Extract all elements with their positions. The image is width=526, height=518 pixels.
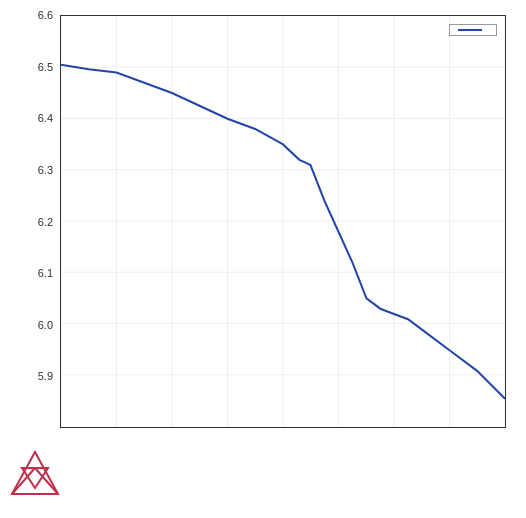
y-tick-6.1: 6.1 bbox=[38, 267, 53, 279]
y-tick-6: 6.0 bbox=[38, 319, 53, 331]
chart-area bbox=[60, 15, 506, 428]
y-tick-6.3: 6.3 bbox=[38, 164, 53, 176]
logo-icon bbox=[10, 450, 60, 500]
chart-svg bbox=[61, 16, 505, 427]
y-tick-5.9: 5.9 bbox=[38, 370, 53, 382]
legend-line-icon bbox=[458, 29, 482, 31]
legend bbox=[449, 24, 497, 36]
y-ticks-container: 5.96.06.16.26.36.46.56.6 bbox=[0, 15, 58, 428]
y-tick-6.4: 6.4 bbox=[38, 112, 53, 124]
y-tick-6.6: 6.6 bbox=[38, 9, 53, 21]
chart-container: 5.96.06.16.26.36.46.56.6 bbox=[0, 0, 526, 518]
y-tick-6.2: 6.2 bbox=[38, 216, 53, 228]
y-tick-6.5: 6.5 bbox=[38, 61, 53, 73]
